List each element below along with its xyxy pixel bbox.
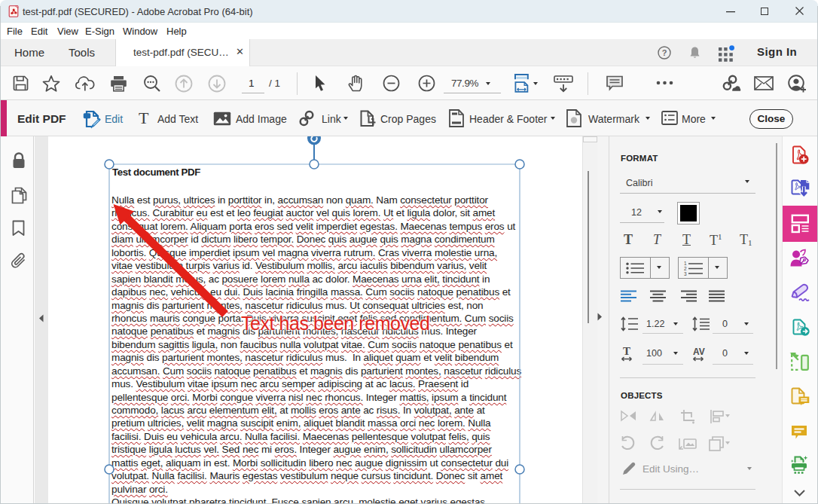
svg-text:3: 3 [684,271,687,276]
svg-text:AV: AV [693,347,705,357]
svg-text:T: T [623,345,630,357]
svg-text:1: 1 [684,261,687,266]
